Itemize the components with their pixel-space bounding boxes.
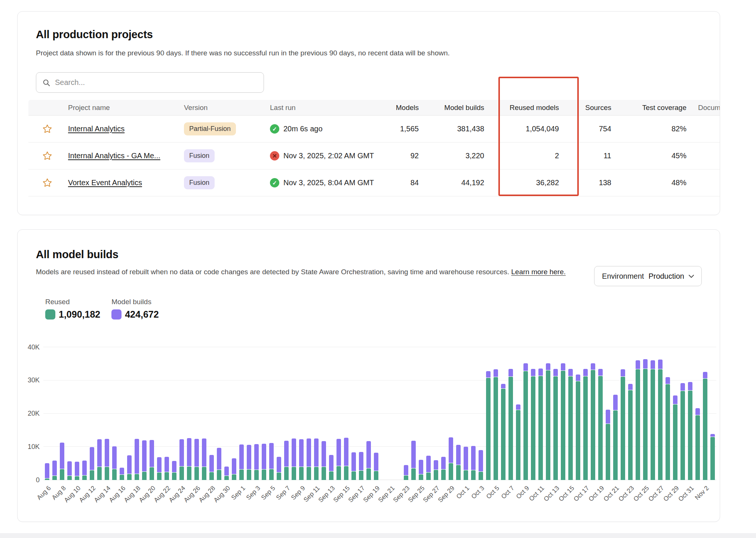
models-count: 92 — [378, 152, 421, 160]
stacked-bar — [606, 410, 610, 480]
bar-slot — [245, 347, 253, 480]
reused-segment — [299, 467, 304, 480]
last-run-text: Nov 3, 2025, 8:04 AM GMT — [283, 178, 374, 187]
model-builds-segment — [269, 443, 274, 469]
model-builds-segment — [209, 455, 214, 471]
model-builds-segment — [404, 465, 408, 476]
y-axis-label: 0 — [18, 476, 40, 484]
bar-slot: Sep 3 — [253, 347, 260, 480]
bar-slot — [230, 347, 238, 480]
stacked-bar — [688, 382, 692, 480]
reused-segment — [695, 415, 700, 480]
favorite-star-button[interactable] — [42, 178, 52, 188]
model-builds-segment — [546, 363, 550, 370]
reused-segment — [217, 470, 221, 480]
column-header-project-name: Project name — [66, 104, 182, 112]
model-builds-segment — [262, 444, 266, 469]
bar-slot — [440, 347, 447, 480]
model-builds-segment — [194, 439, 199, 467]
model-builds-segment — [142, 440, 147, 471]
bar-slot: Aug 18 — [133, 347, 141, 480]
model-builds-segment — [606, 410, 610, 424]
model-builds-segment — [187, 438, 191, 466]
x-axis-label: Sep 25 — [407, 484, 426, 504]
project-name-link[interactable]: Internal Analytics — [68, 125, 125, 133]
favorite-star-button[interactable] — [42, 124, 52, 134]
reused-segment — [52, 476, 57, 480]
bar-slot — [380, 347, 387, 480]
bar-slot — [425, 347, 432, 480]
model-builds-segment — [666, 377, 670, 384]
bar-slot: Sep 19 — [372, 347, 380, 480]
bar-slot — [679, 347, 686, 480]
test-coverage-value: 45% — [614, 152, 696, 160]
bar-slot — [649, 347, 657, 480]
x-axis-label: Sep 13 — [317, 484, 336, 504]
x-axis-label: Aug 6 — [36, 484, 53, 502]
stacked-bar — [583, 369, 588, 480]
stacked-bar — [479, 450, 483, 480]
reused-segment — [172, 473, 176, 480]
reused-segment — [292, 467, 296, 480]
reused-segment — [322, 467, 326, 480]
bar-slot: Aug 28 — [208, 347, 215, 480]
model-builds-segment — [112, 446, 117, 468]
stacked-bar — [628, 384, 633, 480]
model-builds-segment — [531, 369, 535, 376]
model-builds-segment — [471, 446, 476, 470]
learn-more-link[interactable]: Learn more here. — [511, 268, 566, 276]
bar-slot — [604, 347, 612, 480]
bar-slot — [305, 347, 313, 480]
stacked-bar — [434, 460, 438, 480]
bar-slot — [66, 347, 73, 480]
y-axis-label: 30K — [18, 376, 40, 384]
sources-count: 138 — [561, 178, 614, 187]
reused-segment — [112, 469, 117, 480]
bar-slot: Sep 27 — [432, 347, 440, 480]
bar-slot — [350, 347, 357, 480]
reused-segment — [434, 470, 438, 480]
stacked-bar — [314, 438, 319, 480]
reused-segment — [277, 473, 281, 480]
star-icon — [42, 151, 52, 161]
builds-card-subtitle-text: Models are reused instead of rebuilt whe… — [36, 268, 509, 276]
legend-model-builds-label: Model builds — [111, 298, 159, 306]
reused-segment — [546, 370, 550, 480]
model-builds-segment — [568, 369, 573, 376]
stacked-bar — [553, 369, 558, 480]
stacked-bar — [284, 441, 289, 480]
reused-segment — [553, 376, 558, 480]
stacked-bar — [239, 444, 244, 480]
x-axis-label: Sep 29 — [437, 484, 456, 504]
model-builds-segment — [344, 438, 348, 466]
bar-slot — [410, 347, 417, 480]
project-name-link[interactable]: Vortex Event Analytics — [68, 178, 142, 187]
x-axis-label: Sep 23 — [392, 484, 411, 504]
stacked-bar — [636, 360, 640, 480]
stacked-bar — [426, 456, 431, 480]
bar-slot: Aug 16 — [118, 347, 126, 480]
model-builds-segment — [97, 439, 102, 467]
stacked-bar — [568, 369, 573, 480]
reused-segment — [187, 467, 191, 480]
bar-slot — [559, 347, 567, 480]
bar-slot — [290, 347, 298, 480]
reused-segment — [411, 468, 416, 480]
stacked-bar — [419, 460, 423, 480]
project-name-link[interactable]: Internal Analytics - GA Me... — [68, 152, 160, 160]
model-builds-segment — [710, 434, 715, 437]
model-builds-segment — [254, 444, 259, 469]
reused-segment — [628, 390, 633, 480]
environment-dropdown[interactable]: Environment Production — [594, 266, 702, 286]
model-builds-segment — [336, 439, 341, 466]
reused-segment — [651, 369, 655, 480]
bar-slot: Aug 14 — [103, 347, 111, 480]
stacked-bar — [538, 369, 543, 480]
bar-slot: Oct 25 — [642, 347, 649, 480]
search-input[interactable] — [55, 78, 258, 87]
reused-segment — [516, 410, 520, 480]
x-axis-label: Oct 13 — [543, 484, 561, 503]
favorite-star-button[interactable] — [42, 151, 52, 161]
builds-card-title: All model builds — [36, 248, 119, 261]
reused-segment — [523, 371, 528, 480]
